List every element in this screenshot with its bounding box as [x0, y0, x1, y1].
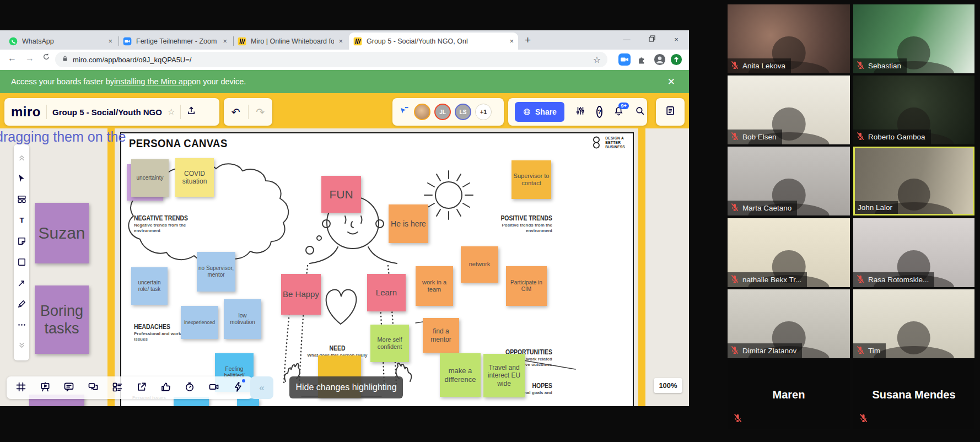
sticky-note[interactable]: Suzan	[35, 203, 89, 263]
back-icon[interactable]: ←	[8, 53, 17, 63]
sticky-note[interactable]: Boring tasks	[35, 285, 89, 354]
presentation-icon[interactable]	[40, 381, 51, 395]
chat-icon[interactable]	[88, 381, 99, 395]
shapes-icon[interactable]	[17, 257, 26, 269]
participant-tile[interactable]: Sebastian	[853, 4, 974, 73]
text-icon[interactable]: T	[17, 215, 26, 227]
connector-icon[interactable]	[17, 278, 26, 290]
help-icon[interactable]: ?	[596, 106, 602, 118]
notifications-bell-icon[interactable]: 9+	[613, 106, 624, 118]
sticky-note[interactable]: make a difference	[440, 353, 481, 397]
sticky-note[interactable]: no Supervisor, mentor	[197, 252, 235, 292]
sticky-note[interactable]: find a mentor	[423, 318, 459, 353]
overflow-avatars[interactable]: +1	[475, 104, 492, 120]
sticky-note-icon[interactable]	[17, 236, 26, 248]
restore-button[interactable]	[644, 31, 660, 48]
browser-tab[interactable]: Fertige Teilnehmer - Zoom ×	[119, 33, 231, 50]
forward-icon[interactable]: →	[25, 53, 34, 63]
sticky-note[interactable]: work in a team	[416, 266, 453, 306]
reload-icon[interactable]	[42, 52, 51, 63]
sticky-note[interactable]: Travel and interect EU wide	[483, 354, 525, 397]
sticky-note[interactable]	[237, 398, 259, 406]
pen-icon[interactable]	[17, 299, 26, 311]
bookmark-star-icon[interactable]: ☆	[593, 55, 601, 65]
tab-close-icon[interactable]: ×	[509, 37, 514, 45]
search-icon[interactable]	[635, 106, 645, 118]
participant-tile[interactable]: Marta Caetano	[728, 147, 850, 215]
install-miro-app-link[interactable]: installing the Miro app	[114, 77, 192, 86]
browser-tab[interactable]: Group 5 - Social/Youth NGO, Onl ×	[349, 33, 518, 50]
tab-close-icon[interactable]: ×	[338, 37, 343, 45]
sticky-note[interactable]: FUN	[321, 176, 361, 213]
collapse-toolbar-button[interactable]: «	[250, 376, 273, 399]
sticky-note[interactable]: Supervisor to contact	[511, 160, 551, 199]
cards-icon[interactable]	[112, 381, 123, 395]
browser-update-icon[interactable]	[669, 52, 683, 67]
more-dots-icon[interactable]	[17, 320, 26, 332]
sticky-note[interactable]: Learn	[367, 274, 406, 311]
extensions-puzzle-icon[interactable]	[635, 52, 649, 67]
frames-icon[interactable]	[15, 381, 26, 395]
board-settings-sliders-icon[interactable]	[575, 106, 585, 118]
participant-tile[interactable]: Susana Mendes	[853, 360, 974, 429]
participant-name: Sebastian	[868, 62, 901, 70]
zoom-extension-icon[interactable]	[617, 52, 632, 67]
chevrons-down-icon[interactable]	[17, 341, 26, 353]
video-camera-icon[interactable]	[208, 381, 219, 395]
participant-tile[interactable]: Bob Elsen	[728, 76, 850, 144]
activity-icon[interactable]	[233, 381, 244, 395]
favorite-star-icon[interactable]: ☆	[168, 107, 175, 117]
address-field[interactable]: miro.com/app/board/o9J_kqQPA5U=/ ☆	[55, 52, 607, 67]
comments-icon[interactable]	[63, 381, 74, 395]
reactions-icon[interactable]	[160, 381, 171, 395]
undo-icon[interactable]: ↶	[231, 106, 240, 118]
collaborator-avatar[interactable]: LS	[455, 104, 471, 120]
avatar-photo[interactable]	[414, 104, 430, 120]
chevrons-up-icon[interactable]	[17, 153, 26, 164]
export-icon[interactable]	[136, 381, 147, 395]
sticky-note[interactable]: He is here	[389, 204, 428, 243]
board-name[interactable]: Group 5 - Social/Youth NGO	[52, 107, 162, 117]
participant-tile[interactable]: Anita Lekova	[728, 4, 850, 73]
sticky-note[interactable]: Be Happy	[281, 274, 321, 315]
participant-tile[interactable]: nathalie Bekx Tr...	[728, 218, 850, 287]
participant-tile[interactable]: Rasa Rotomskie...	[853, 218, 974, 287]
profile-avatar-icon[interactable]	[653, 52, 667, 67]
collaborative-cursor-icon[interactable]	[399, 105, 410, 118]
participant-tile[interactable]: Roberto Gamboa	[853, 76, 974, 144]
close-window-button[interactable]: ×	[668, 31, 685, 48]
minimize-button[interactable]: —	[618, 31, 635, 48]
share-button[interactable]: Share	[515, 102, 564, 122]
participant-tile[interactable]: John Lalor	[853, 147, 974, 215]
sticky-note[interactable]: uncertainty	[131, 159, 169, 197]
banner-close-icon[interactable]: ✕	[667, 76, 675, 88]
hide-changes-tooltip[interactable]: Hide changes highlighting	[289, 376, 403, 398]
sticky-note[interactable]: low motivation	[224, 299, 261, 339]
templates-icon[interactable]	[17, 195, 26, 206]
notes-doc-icon[interactable]	[665, 105, 676, 118]
sticky-note[interactable]: More self confident	[370, 325, 409, 362]
canvas-floating-text[interactable]: dragging them on the	[0, 129, 126, 145]
collaborator-avatar[interactable]: JL	[434, 104, 451, 120]
cursor-icon[interactable]	[17, 174, 26, 185]
browser-tab[interactable]: WhatsApp ×	[4, 33, 117, 50]
new-tab-button[interactable]: +	[525, 34, 531, 46]
miro-logo[interactable]: miro	[11, 104, 41, 120]
miroapp-favicon-icon	[353, 37, 362, 46]
participant-tile[interactable]: Maren	[728, 360, 850, 429]
sticky-note[interactable]: Participate in CIM	[506, 266, 547, 306]
tab-close-icon[interactable]: ×	[223, 37, 227, 45]
timer-icon[interactable]	[184, 381, 195, 395]
participant-tile[interactable]: Dimitar Zlatanov	[728, 289, 850, 358]
sticky-note[interactable]: COVID situation	[175, 158, 214, 197]
zoom-level-indicator[interactable]: 100%	[654, 378, 682, 393]
tab-close-icon[interactable]: ×	[108, 37, 112, 45]
redo-icon[interactable]: ↷	[256, 106, 265, 118]
sticky-note[interactable]: uncertain role/ task	[131, 267, 168, 305]
browser-tab[interactable]: Miro | Online Whiteboard for Vis ×	[233, 33, 347, 50]
participant-tile[interactable]: Tim	[853, 289, 974, 358]
sticky-note[interactable]: network	[461, 246, 498, 283]
participant-name: Bob Elsen	[742, 133, 777, 141]
export-icon[interactable]	[186, 106, 196, 118]
sticky-note[interactable]: inexperienced	[181, 306, 218, 339]
